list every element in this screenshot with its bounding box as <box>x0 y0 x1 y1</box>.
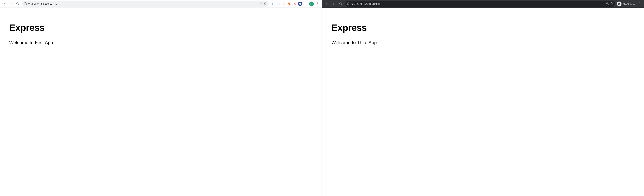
menu-button[interactable] <box>637 1 642 7</box>
kebab-icon <box>640 3 640 5</box>
reload-button[interactable] <box>338 1 343 7</box>
extension-icon-1[interactable]: ◐ <box>271 2 275 6</box>
incognito-indicator[interactable]: 시크릿 모드 <box>617 2 636 6</box>
welcome-text: Welcome to Third App <box>332 40 635 45</box>
info-icon: i <box>24 2 27 5</box>
menu-button[interactable] <box>314 1 320 7</box>
profile-avatar[interactable]: 경석 <box>309 2 314 6</box>
incognito-icon <box>617 2 622 6</box>
extension-icon-2[interactable]: ▢ <box>276 2 280 6</box>
omnibar-separator <box>40 3 40 5</box>
security-notice: 주의 요함 <box>351 2 362 6</box>
back-button[interactable] <box>324 1 330 7</box>
page-content: Express Welcome to First App <box>0 8 322 196</box>
toolbar: i 주의 요함 54.180.124.48 시크릿 모드 <box>322 0 644 8</box>
bookmark-star-icon[interactable] <box>264 2 267 6</box>
extension-icon-4[interactable]: 🦊 <box>287 2 292 6</box>
page-content: Express Welcome to Third App <box>322 8 644 196</box>
security-notice: 주의 요함 <box>28 2 39 6</box>
browser-window-right: i 주의 요함 54.180.124.48 시크릿 모드 Express Wel… <box>322 0 644 196</box>
page-heading: Express <box>9 22 312 33</box>
zoom-icon[interactable] <box>606 2 609 6</box>
forward-button[interactable] <box>331 1 336 7</box>
extension-icon-5[interactable]: ⦿ <box>292 2 297 6</box>
url-text: 54.180.124.48 <box>364 3 605 6</box>
address-bar[interactable]: i 주의 요함 54.180.124.48 <box>22 1 269 7</box>
extension-icon-7[interactable]: ◻ <box>303 2 308 6</box>
toolbar: i 주의 요함 54.180.124.48 ◐ ▢ ◌ 🦊 ⦿ ⬢ ◻ 경석 <box>0 0 322 8</box>
extension-icon-6[interactable]: ⬢ <box>298 2 302 6</box>
omnibar-separator <box>363 3 364 5</box>
url-text: 54.180.124.48 <box>41 2 259 5</box>
extensions-row: ◐ ▢ ◌ 🦊 ⦿ ⬢ ◻ <box>270 2 308 6</box>
back-button[interactable] <box>2 1 7 7</box>
info-icon: i <box>347 3 350 6</box>
bookmark-star-icon[interactable] <box>610 2 613 6</box>
profile-avatar-label: 경석 <box>309 2 314 5</box>
address-bar[interactable]: i 주의 요함 54.180.124.48 <box>345 1 615 7</box>
browser-window-left: i 주의 요함 54.180.124.48 ◐ ▢ ◌ 🦊 ⦿ ⬢ ◻ 경석 <box>0 0 322 196</box>
extension-icon-3[interactable]: ◌ <box>282 2 286 6</box>
incognito-label: 시크릿 모드 <box>623 2 635 6</box>
welcome-text: Welcome to First App <box>9 40 312 45</box>
reload-button[interactable] <box>15 1 20 7</box>
zoom-icon[interactable] <box>260 2 263 6</box>
kebab-icon <box>317 3 318 5</box>
forward-button[interactable] <box>8 1 14 7</box>
page-heading: Express <box>332 22 635 33</box>
